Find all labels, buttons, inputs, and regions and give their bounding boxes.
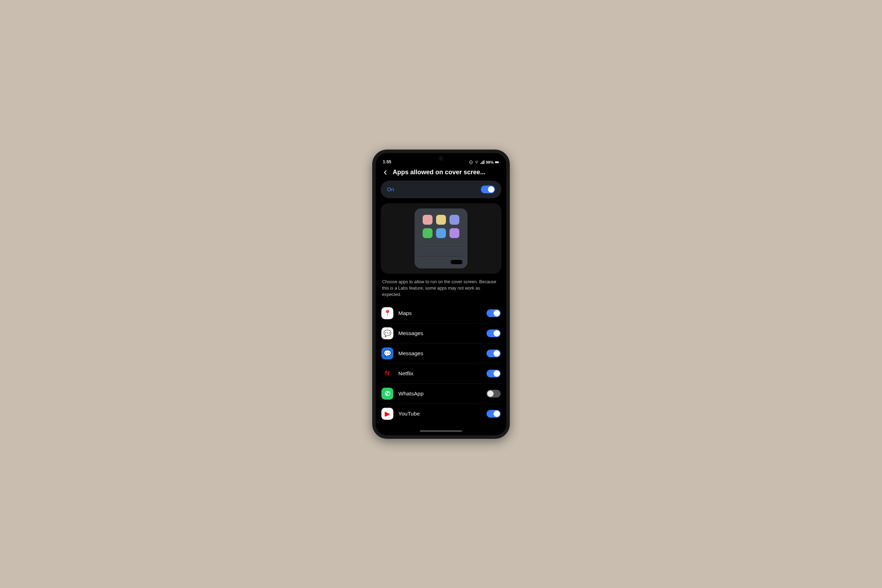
battery-icon <box>495 160 499 164</box>
app-label: WhatsApp <box>398 390 482 397</box>
chevron-left-icon <box>382 169 389 176</box>
illus-app-dot <box>450 215 459 225</box>
svg-rect-1 <box>498 162 499 163</box>
illus-app-dot <box>450 228 459 238</box>
app-icon: 💬 <box>381 348 393 359</box>
illus-app-dot <box>423 228 432 238</box>
illus-app-dot <box>436 215 446 225</box>
app-list: 📍Maps💬Messages💬MessagesNNetflix✆WhatsApp… <box>381 303 501 424</box>
wifi-icon <box>474 160 479 164</box>
app-icon: 📍 <box>381 307 393 319</box>
app-row[interactable]: NNetflix <box>381 364 501 384</box>
svg-rect-0 <box>495 161 498 163</box>
battery-text: 98% <box>486 160 494 164</box>
master-toggle-label: On <box>387 186 394 192</box>
app-toggle-switch[interactable] <box>486 350 501 357</box>
feature-description: Choose apps to allow to run on the cover… <box>381 274 501 303</box>
app-icon: ✆ <box>381 388 393 400</box>
vibrate-icon <box>469 160 473 164</box>
app-row[interactable]: ✆WhatsApp <box>381 384 501 404</box>
app-icon: N <box>381 368 393 380</box>
cover-screen-illustration-card <box>381 203 501 274</box>
app-label: Messages <box>398 350 482 357</box>
app-label: Messages <box>398 330 482 336</box>
app-toggle-switch[interactable] <box>486 410 501 418</box>
master-toggle-row[interactable]: On <box>381 181 501 198</box>
gesture-nav-bar[interactable] <box>420 430 462 432</box>
app-toggle-switch[interactable] <box>486 390 501 398</box>
signal-icon <box>480 160 484 164</box>
app-icon: 💬 <box>381 327 393 339</box>
app-row[interactable]: 📍Maps <box>381 303 501 324</box>
front-camera-notch <box>438 156 444 161</box>
app-row[interactable]: 💬Messages <box>381 344 501 364</box>
page-title: Apps allowed on cover scree... <box>393 169 501 176</box>
status-icons: 98% <box>469 160 499 164</box>
illus-app-dot <box>423 215 432 225</box>
phone-frame: 1:55 98% Apps allowed on cover scree... … <box>372 150 510 439</box>
app-label: Maps <box>398 310 482 316</box>
app-row[interactable]: ▶YouTube <box>381 404 501 424</box>
master-toggle-switch[interactable] <box>481 186 495 193</box>
app-toggle-switch[interactable] <box>486 309 501 317</box>
cover-screen-illustration <box>414 208 468 268</box>
page-header: Apps allowed on cover scree... <box>381 166 501 181</box>
app-toggle-switch[interactable] <box>486 330 501 337</box>
back-button[interactable] <box>381 169 389 176</box>
app-toggle-switch[interactable] <box>486 370 501 377</box>
app-icon: ▶ <box>381 408 393 420</box>
screen: 1:55 98% Apps allowed on cover scree... … <box>376 153 506 435</box>
app-label: YouTube <box>398 411 482 417</box>
app-label: Netflix <box>398 370 482 377</box>
app-row[interactable]: 💬Messages <box>381 324 501 344</box>
illus-app-dot <box>436 228 446 238</box>
status-time: 1:55 <box>383 159 391 164</box>
